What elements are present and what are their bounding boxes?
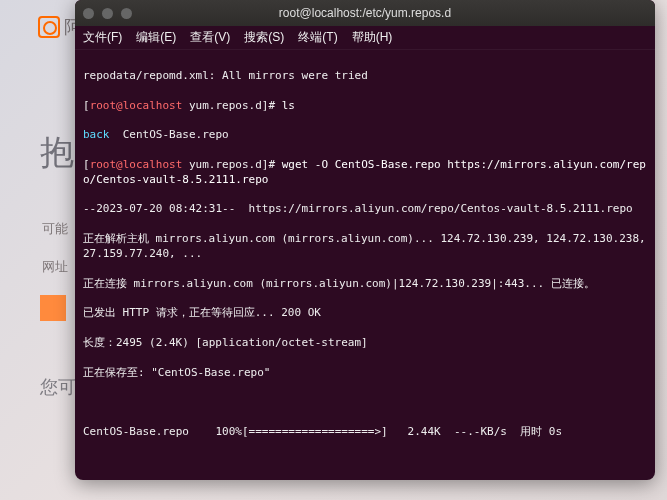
term-saving: 正在保存至: "CentOS-Base.repo" <box>83 366 647 381</box>
bg-you-can: 您可 <box>40 375 76 399</box>
menu-terminal[interactable]: 终端(T) <box>298 29 337 46</box>
maximize-icon[interactable] <box>121 8 132 19</box>
term-resolving: 正在解析主机 mirrors.aliyun.com (mirrors.aliyu… <box>83 232 647 262</box>
window-title: root@localhost:/etc/yum.repos.d <box>279 6 451 20</box>
menu-file[interactable]: 文件(F) <box>83 29 122 46</box>
bg-label-url: 网址 <box>42 258 68 276</box>
close-icon[interactable] <box>83 8 94 19</box>
term-length: 长度：2495 (2.4K) [application/octet-stream… <box>83 336 647 351</box>
bg-label-maybe: 可能 <box>42 220 68 238</box>
menu-edit[interactable]: 编辑(E) <box>136 29 176 46</box>
term-prompt-wget: [root@localhost yum.repos.d]# wget -O Ce… <box>83 158 647 188</box>
minimize-icon[interactable] <box>102 8 113 19</box>
terminal-window: root@localhost:/etc/yum.repos.d 文件(F) 编辑… <box>75 0 655 480</box>
titlebar[interactable]: root@localhost:/etc/yum.repos.d <box>75 0 655 26</box>
term-prompt-ls: [root@localhost yum.repos.d]# ls <box>83 99 647 114</box>
term-line-repodata: repodata/repomd.xml: All mirrors were tr… <box>83 69 647 84</box>
bg-orange-square <box>40 295 66 321</box>
term-progress: CentOS-Base.repo 100%[==================… <box>83 425 647 440</box>
terminal-body[interactable]: repodata/repomd.xml: All mirrors were tr… <box>75 50 655 480</box>
menubar: 文件(F) 编辑(E) 查看(V) 搜索(S) 终端(T) 帮助(H) <box>75 26 655 50</box>
term-request: 已发出 HTTP 请求，正在等待回应... 200 OK <box>83 306 647 321</box>
menu-search[interactable]: 搜索(S) <box>244 29 284 46</box>
term-ls-output: back CentOS-Base.repo <box>83 128 647 143</box>
term-blank1 <box>83 395 647 410</box>
bg-big-char: 抱 <box>40 130 74 176</box>
window-controls <box>83 8 132 19</box>
aliyun-icon <box>38 16 60 38</box>
menu-help[interactable]: 帮助(H) <box>352 29 393 46</box>
term-connecting: 正在连接 mirrors.aliyun.com (mirrors.aliyun.… <box>83 277 647 292</box>
term-wget-ts: --2023-07-20 08:42:31-- https://mirrors.… <box>83 202 647 217</box>
menu-view[interactable]: 查看(V) <box>190 29 230 46</box>
term-blank2 <box>83 455 647 470</box>
